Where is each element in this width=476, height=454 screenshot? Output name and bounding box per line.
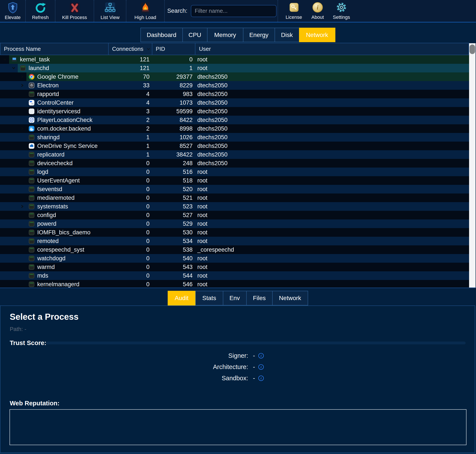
web-reputation-box xyxy=(9,409,467,445)
exec-icon: EXEC xyxy=(29,178,34,183)
table-row[interactable]: EXECfseventsd0520root xyxy=(0,185,469,194)
exec-icon: EXEC xyxy=(29,230,34,235)
tab-disk[interactable]: Disk xyxy=(274,28,299,42)
chevron-down-icon[interactable] xyxy=(12,66,16,70)
user-value: root xyxy=(197,280,208,288)
architecture-label: Architecture: xyxy=(0,363,248,371)
table-row[interactable]: Electron338229dtechs2050 xyxy=(0,81,469,90)
table-row[interactable]: EXECsharingd11026dtechs2050 xyxy=(0,133,469,142)
about-button[interactable]: i About xyxy=(306,0,329,22)
table-row[interactable]: EXECsystemstats0523root xyxy=(0,202,469,211)
process-name: warmd xyxy=(37,264,55,271)
search-input[interactable] xyxy=(191,5,276,17)
connections-value: 4 xyxy=(109,90,149,98)
table-row[interactable]: EXECUserEventAgent0518root xyxy=(0,176,469,185)
connections-value: 1 xyxy=(109,142,149,150)
chevron-right-icon[interactable] xyxy=(20,204,24,208)
chevron-right-icon[interactable] xyxy=(20,127,24,131)
panel-bottom-strip xyxy=(0,453,476,454)
process-name: systemstats xyxy=(37,203,68,210)
controlcenter-icon xyxy=(29,100,34,106)
connections-value: 0 xyxy=(109,280,149,288)
connections-value: 2 xyxy=(109,116,149,124)
column-header-connections[interactable]: Connections xyxy=(109,43,152,55)
table-row[interactable]: EXECkernelmanagerd0546root xyxy=(0,280,469,288)
signer-info-icon[interactable]: i xyxy=(258,353,264,359)
connections-value: 0 xyxy=(109,167,149,176)
web-reputation-label: Web Reputation: xyxy=(10,400,60,407)
table-row[interactable]: Google Chrome7029377dtechs2050 xyxy=(0,72,469,81)
tab-cpu[interactable]: CPU xyxy=(182,28,208,42)
chevron-right-icon[interactable] xyxy=(20,75,24,79)
process-name: mds xyxy=(37,272,48,279)
detail-tab-network[interactable]: Network xyxy=(272,291,308,305)
table-row[interactable]: OneDrive Sync Service18527dtechs2050 xyxy=(0,142,469,150)
license-button[interactable]: License xyxy=(282,0,306,22)
settings-button[interactable]: Settings xyxy=(329,0,353,22)
exec-icon: EXEC xyxy=(29,256,34,261)
table-row[interactable]: identityservicesd359599dtechs2050 xyxy=(0,107,469,116)
tab-memory[interactable]: Memory xyxy=(207,28,243,42)
table-row[interactable]: EXEClaunchd1211root xyxy=(0,64,469,72)
pid-value: 248 xyxy=(153,159,193,167)
process-name: fseventsd xyxy=(37,186,62,193)
connections-value: 2 xyxy=(109,124,149,133)
svg-text:HIGH LOAD: HIGH LOAD xyxy=(142,10,148,11)
architecture-info-icon[interactable]: i xyxy=(258,364,264,370)
table-row[interactable]: EXECpowerd0529root xyxy=(0,219,469,228)
high-load-button[interactable]: HIGH LOAD High Load xyxy=(126,0,165,22)
exec-icon: EXEC xyxy=(29,195,34,201)
user-value: dtechs2050 xyxy=(197,98,228,107)
tab-energy[interactable]: Energy xyxy=(243,28,275,42)
user-value: dtechs2050 xyxy=(197,159,228,167)
user-value: root xyxy=(197,176,208,185)
table-row[interactable]: EXECremoted0534root xyxy=(0,237,469,245)
process-name: remoted xyxy=(37,238,59,244)
table-row[interactable]: EXECwatchdogd0540root xyxy=(0,254,469,263)
table-row[interactable]: EXEClogd0516root xyxy=(0,167,469,176)
detail-tab-files[interactable]: Files xyxy=(246,291,273,305)
tab-dashboard[interactable]: Dashboard xyxy=(140,28,183,42)
chevron-right-icon[interactable] xyxy=(20,83,24,87)
table-row[interactable]: EXECdevicecheckd0248dtechs2050 xyxy=(0,159,469,167)
table-row[interactable]: EXECIOMFB_bics_daemo0530root xyxy=(0,228,469,237)
column-header-process-name[interactable]: Process Name xyxy=(0,43,109,55)
toolbar: Elevate Refresh Kill Process List View H… xyxy=(0,0,476,23)
sandbox-info-icon[interactable]: i xyxy=(258,375,264,381)
table-row[interactable]: PlayerLocationCheck28422dtechs2050 xyxy=(0,116,469,124)
table-row[interactable]: EXECmediaremoted0521root xyxy=(0,194,469,202)
elevate-button[interactable]: Elevate xyxy=(0,0,26,22)
table-row[interactable]: kernel_task1210root xyxy=(0,55,469,64)
scrollbar-track[interactable] xyxy=(469,43,476,288)
kill-process-icon xyxy=(69,1,81,14)
pid-value: 38422 xyxy=(153,150,193,159)
pid-value: 1026 xyxy=(153,133,193,142)
trust-score-bar xyxy=(46,341,466,344)
table-row[interactable]: ControlCenter41073dtechs2050 xyxy=(0,98,469,107)
table-row[interactable]: EXECreplicatord138422dtechs2050 xyxy=(0,150,469,159)
chevron-down-icon[interactable] xyxy=(3,58,7,61)
pid-value: 534 xyxy=(153,237,193,245)
user-value: root xyxy=(197,237,208,245)
table-row[interactable]: com.docker.backend28998dtechs2050 xyxy=(0,124,469,133)
identity-icon xyxy=(29,108,34,114)
exec-icon: EXEC xyxy=(29,186,34,192)
table-row[interactable]: EXECcorespeechd_syst0538_corespeechd xyxy=(0,245,469,254)
table-bottom-border xyxy=(0,288,476,288)
list-view-button[interactable]: List View xyxy=(94,0,126,22)
table-row[interactable]: EXECmds0544root xyxy=(0,271,469,280)
kill-process-button[interactable]: Kill Process xyxy=(55,0,94,22)
table-row[interactable]: EXECwarmd0543root xyxy=(0,263,469,271)
scrollbar-thumb[interactable] xyxy=(469,45,475,54)
column-header-pid[interactable]: PID xyxy=(152,43,195,55)
column-header-user[interactable]: User xyxy=(195,43,469,55)
detail-tab-env[interactable]: Env xyxy=(223,291,247,305)
detail-tab-stats[interactable]: Stats xyxy=(195,291,223,305)
table-row[interactable]: EXECrapportd4983dtechs2050 xyxy=(0,90,469,98)
tab-network[interactable]: Network xyxy=(299,28,335,42)
pid-value: 516 xyxy=(153,167,193,176)
table-header: Process Name Connections PID User xyxy=(0,43,469,55)
table-row[interactable]: EXECconfigd0527root xyxy=(0,211,469,219)
detail-tab-audit[interactable]: Audit xyxy=(168,291,196,305)
refresh-button[interactable]: Refresh xyxy=(26,0,55,22)
